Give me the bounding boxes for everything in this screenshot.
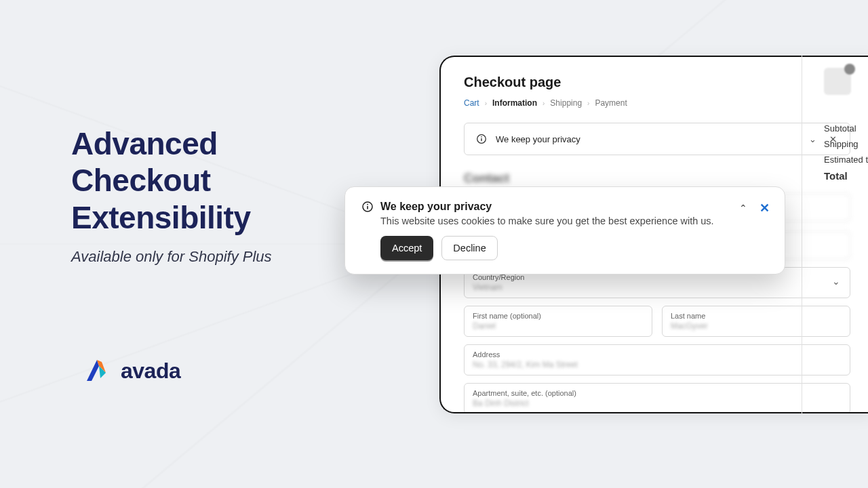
country-value: Vietnam (473, 283, 842, 292)
close-icon[interactable]: ✕ (760, 201, 770, 216)
decline-button[interactable]: Decline (441, 236, 497, 260)
info-icon (361, 201, 374, 213)
privacy-bar-text: We keep your privacy (496, 134, 580, 144)
page-title: Checkout page (464, 75, 850, 90)
first-name-label: First name (optional) (473, 312, 644, 320)
breadcrumb-shipping[interactable]: Shipping (550, 98, 582, 108)
breadcrumb-cart[interactable]: Cart (464, 98, 479, 108)
svg-rect-8 (367, 204, 368, 205)
shipping-label: Shipping (824, 139, 868, 149)
svg-rect-5 (481, 136, 481, 137)
apartment-label: Apartment, suite, etc. (optional) (473, 389, 842, 397)
svg-rect-7 (367, 206, 368, 209)
breadcrumb: Cart › Information › Shipping › Payment (464, 98, 850, 108)
breadcrumb-information[interactable]: Information (492, 98, 537, 108)
shipping-address-form: Country/Region Vietnam First name (optio… (464, 267, 850, 413)
order-summary-peek: Subtotal Shipping Estimated tax Total (802, 56, 868, 413)
privacy-collapsed-bar[interactable]: We keep your privacy ⌄ ✕ (464, 123, 850, 155)
cookie-title: We keep your privacy (380, 201, 492, 213)
chevron-right-icon: › (587, 100, 589, 107)
tax-label: Estimated tax (824, 155, 868, 165)
product-thumbnail (824, 68, 851, 95)
address-value: No. 33, 294/2, Kim Ma Street (473, 360, 842, 369)
cookie-body: This website uses cookies to make sure y… (380, 216, 768, 226)
chevron-right-icon: › (485, 100, 487, 107)
cookie-consent-popup: We keep your privacy This website uses c… (344, 186, 785, 274)
chevron-right-icon: › (542, 100, 545, 107)
apartment-value: Ba Dinh District (473, 399, 842, 408)
chevron-up-icon[interactable]: ⌃ (739, 203, 747, 214)
info-icon (475, 133, 488, 145)
avada-mark-icon (81, 358, 113, 384)
hero-block: Advanced Checkout Extensibility Availabl… (71, 125, 356, 266)
brand-name: avada (121, 359, 180, 384)
brand-logo: avada (81, 358, 180, 384)
subtotal-label: Subtotal (824, 123, 868, 134)
first-name-field[interactable]: First name (optional) Daniel (464, 306, 652, 337)
address-label: Address (473, 350, 842, 359)
hero-title: Advanced Checkout Extensibility (71, 125, 356, 236)
svg-rect-4 (481, 138, 481, 141)
svg-marker-0 (87, 360, 99, 381)
accept-button[interactable]: Accept (380, 236, 433, 260)
total-label: Total (824, 170, 868, 182)
first-name-value: Daniel (473, 321, 644, 331)
address-field[interactable]: Address No. 33, 294/2, Kim Ma Street (464, 344, 850, 375)
breadcrumb-payment[interactable]: Payment (595, 98, 627, 108)
hero-subtitle: Available only for Shopify Plus (71, 248, 356, 266)
apartment-field[interactable]: Apartment, suite, etc. (optional) Ba Din… (464, 383, 850, 413)
contact-heading: Contact (464, 171, 850, 186)
